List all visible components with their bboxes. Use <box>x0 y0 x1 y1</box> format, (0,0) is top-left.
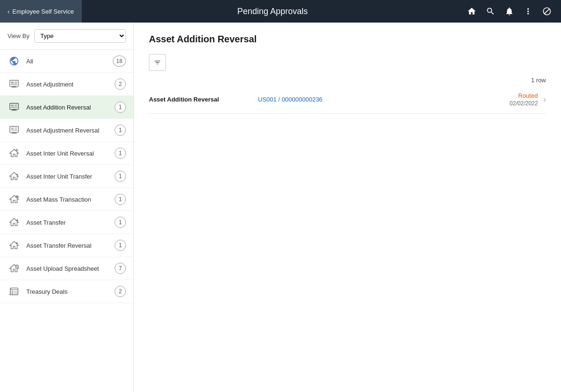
asset-adjustment-reversal-icon <box>8 124 21 137</box>
chevron-right-icon: › <box>544 95 546 104</box>
sidebar-item-asset-transfer-reversal-badge: 1 <box>115 240 126 251</box>
main-layout: View By Type Date Priority All 18 <box>0 23 561 392</box>
sidebar: View By Type Date Priority All 18 <box>0 23 134 392</box>
treasury-deals-icon <box>8 285 21 298</box>
svg-rect-2 <box>15 82 17 83</box>
search-icon[interactable] <box>482 3 499 20</box>
svg-rect-1 <box>11 82 14 84</box>
svg-rect-20 <box>11 133 17 133</box>
more-icon[interactable] <box>520 3 537 20</box>
content-area: Asset Addition Reversal 1 row Asset Addi… <box>134 23 561 392</box>
sidebar-item-asset-addition-reversal-label: Asset Addition Reversal <box>26 104 109 111</box>
row-status-wrap: Routed 02/02/2022 <box>510 92 538 107</box>
table-row[interactable]: Asset Addition Reversal US001 / 00000000… <box>149 86 546 114</box>
svg-rect-12 <box>12 110 16 110</box>
asset-inter-unit-reversal-icon <box>8 147 21 160</box>
filter-button[interactable] <box>149 54 166 71</box>
sidebar-item-asset-transfer-reversal[interactable]: Asset Transfer Reversal 1 <box>0 234 133 257</box>
svg-rect-16 <box>15 128 17 129</box>
svg-rect-13 <box>11 110 17 110</box>
page-title: Pending Approvals <box>82 7 463 16</box>
svg-rect-8 <box>11 105 14 107</box>
chevron-left-icon: ‹ <box>8 8 9 15</box>
sidebar-item-asset-upload-spreadsheet-badge: 7 <box>115 263 126 274</box>
sidebar-item-treasury-deals-badge: 2 <box>115 286 126 297</box>
sidebar-item-asset-inter-unit-reversal[interactable]: Asset Inter Unit Reversal 1 <box>0 142 133 165</box>
sidebar-item-all-badge: 18 <box>113 55 126 67</box>
sidebar-item-asset-adjustment-reversal-label: Asset Adjustment Reversal <box>26 127 109 134</box>
sidebar-item-asset-mass-transaction-label: Asset Mass Transaction <box>26 196 109 203</box>
svg-point-21 <box>16 149 18 152</box>
row-id: US001 / 000000000236 <box>258 96 504 103</box>
svg-rect-10 <box>15 106 17 107</box>
svg-rect-3 <box>15 83 17 84</box>
svg-rect-11 <box>11 107 17 108</box>
sidebar-item-asset-adjustment-reversal[interactable]: Asset Adjustment Reversal 1 <box>0 119 133 142</box>
svg-rect-19 <box>12 133 16 133</box>
asset-mass-transaction-icon <box>8 193 21 206</box>
filter-bar <box>149 54 546 71</box>
svg-rect-15 <box>11 128 14 130</box>
sidebar-item-asset-inter-unit-reversal-badge: 1 <box>115 148 126 159</box>
globe-icon <box>8 55 21 68</box>
row-status: Routed <box>518 92 538 99</box>
back-label: Employee Self Service <box>12 8 74 15</box>
bell-icon[interactable] <box>501 3 518 20</box>
sidebar-item-asset-inter-unit-reversal-label: Asset Inter Unit Reversal <box>26 150 109 157</box>
asset-inter-unit-transfer-icon <box>8 170 21 183</box>
sidebar-item-asset-upload-spreadsheet-label: Asset Upload Spreadsheet <box>26 265 109 272</box>
back-button[interactable]: ‹ Employee Self Service <box>0 0 82 23</box>
header-actions <box>463 3 561 20</box>
sidebar-item-treasury-deals[interactable]: Treasury Deals 2 <box>0 280 133 303</box>
sidebar-item-asset-addition-reversal[interactable]: Asset Addition Reversal 1 <box>0 96 133 119</box>
svg-rect-6 <box>11 87 17 87</box>
home-icon[interactable] <box>463 3 480 20</box>
sidebar-item-asset-adjustment-label: Asset Adjustment <box>26 81 109 88</box>
app-header: ‹ Employee Self Service Pending Approval… <box>0 0 561 23</box>
sidebar-item-asset-inter-unit-transfer-badge: 1 <box>115 171 126 182</box>
sidebar-item-treasury-deals-label: Treasury Deals <box>26 288 109 295</box>
block-icon[interactable] <box>538 3 555 20</box>
svg-rect-5 <box>12 86 16 87</box>
view-by-label: View By <box>8 32 30 39</box>
sidebar-item-all-label: All <box>26 58 107 65</box>
svg-rect-9 <box>15 105 17 106</box>
content-title: Asset Addition Reversal <box>149 34 546 45</box>
asset-addition-reversal-icon <box>8 101 21 114</box>
sidebar-item-asset-addition-reversal-badge: 1 <box>115 102 126 113</box>
svg-rect-4 <box>11 84 17 85</box>
asset-transfer-icon <box>8 216 21 229</box>
asset-transfer-reversal-icon <box>8 239 21 252</box>
sidebar-item-asset-transfer-badge: 1 <box>115 217 126 228</box>
row-count: 1 row <box>149 77 546 84</box>
sidebar-item-asset-mass-transaction[interactable]: Asset Mass Transaction 1 <box>0 188 133 211</box>
sidebar-item-asset-mass-transaction-badge: 1 <box>115 194 126 205</box>
asset-upload-spreadsheet-icon <box>8 262 21 275</box>
sidebar-item-asset-upload-spreadsheet[interactable]: Asset Upload Spreadsheet 7 <box>0 257 133 280</box>
sidebar-item-asset-inter-unit-transfer-label: Asset Inter Unit Transfer <box>26 173 109 180</box>
asset-adjustment-icon <box>8 78 21 91</box>
row-name: Asset Addition Reversal <box>149 96 252 103</box>
sidebar-item-asset-inter-unit-transfer[interactable]: Asset Inter Unit Transfer 1 <box>0 165 133 188</box>
sidebar-item-asset-adjustment-reversal-badge: 1 <box>115 125 126 136</box>
view-by-select[interactable]: Type Date Priority <box>34 29 126 43</box>
svg-rect-17 <box>15 129 17 130</box>
sidebar-item-asset-adjustment[interactable]: Asset Adjustment 2 <box>0 73 133 96</box>
sidebar-item-asset-transfer-reversal-label: Asset Transfer Reversal <box>26 242 109 249</box>
sidebar-item-all[interactable]: All 18 <box>0 50 133 73</box>
svg-rect-18 <box>11 130 17 131</box>
row-date: 02/02/2022 <box>510 100 538 107</box>
sidebar-item-asset-transfer-label: Asset Transfer <box>26 219 109 226</box>
sidebar-item-asset-transfer[interactable]: Asset Transfer 1 <box>0 211 133 234</box>
view-by-row: View By Type Date Priority <box>0 23 133 50</box>
sidebar-item-asset-adjustment-badge: 2 <box>115 78 126 90</box>
